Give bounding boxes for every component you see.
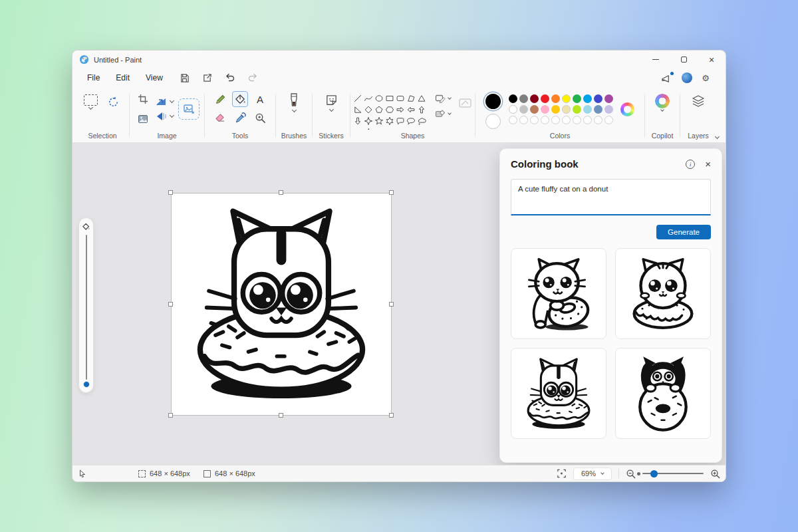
shape-diamond-icon[interactable] xyxy=(363,104,374,115)
shape-star-five-icon[interactable] xyxy=(374,115,384,126)
shape-hexagon-icon[interactable] xyxy=(384,104,395,115)
shape-callout-oval-icon[interactable] xyxy=(406,115,416,126)
palette-empty-slot[interactable] xyxy=(519,116,528,124)
fill-tolerance-slider[interactable] xyxy=(78,217,94,393)
magnifier-tool-button[interactable] xyxy=(252,110,268,126)
color-1-swatch[interactable] xyxy=(485,94,501,109)
palette-color[interactable] xyxy=(594,105,602,114)
text-tool-button[interactable]: A xyxy=(252,91,268,107)
palette-color[interactable] xyxy=(604,105,613,114)
color-picker-tool-button[interactable] xyxy=(232,110,248,126)
shape-right-triangle-icon[interactable] xyxy=(352,104,363,115)
selection-handle[interactable] xyxy=(279,413,283,418)
shape-arrow-right-icon[interactable] xyxy=(395,104,406,115)
copilot-button[interactable] xyxy=(655,94,670,111)
shape-star-six-icon[interactable] xyxy=(384,115,395,126)
shape-callout-cloud-icon[interactable] xyxy=(416,115,427,126)
palette-color[interactable] xyxy=(530,94,539,103)
panel-close-icon[interactable]: × xyxy=(705,159,711,169)
palette-color[interactable] xyxy=(519,94,528,103)
generate-button[interactable]: Generate xyxy=(656,225,711,239)
thumbnail-fluffy-cat-on-donut[interactable] xyxy=(615,248,711,339)
palette-color[interactable] xyxy=(583,105,592,114)
zoom-slider-thumb[interactable] xyxy=(650,470,658,477)
layers-button[interactable] xyxy=(691,94,706,108)
ai-image-button[interactable] xyxy=(178,98,200,120)
stickers-button[interactable] xyxy=(325,94,338,111)
slider-thumb[interactable] xyxy=(83,381,90,388)
zoom-in-icon[interactable] xyxy=(710,469,720,479)
select-tool-button[interactable] xyxy=(84,94,98,109)
palette-empty-slot[interactable] xyxy=(583,116,592,124)
remove-background-button[interactable] xyxy=(135,111,151,127)
shape-outline-button[interactable] xyxy=(435,94,451,103)
save-button[interactable] xyxy=(176,70,194,85)
selection-handle[interactable] xyxy=(279,190,283,195)
palette-color[interactable] xyxy=(519,105,528,114)
palette-color[interactable] xyxy=(583,94,592,103)
shape-lightning-icon[interactable] xyxy=(363,126,374,130)
selection-handle[interactable] xyxy=(168,413,173,418)
thumbnail-black-cat-behind-donut[interactable] xyxy=(615,348,711,439)
palette-color[interactable] xyxy=(604,94,613,103)
palette-color[interactable] xyxy=(551,105,560,114)
undo-button[interactable] xyxy=(221,70,239,85)
palette-empty-slot[interactable] xyxy=(562,116,571,124)
palette-color[interactable] xyxy=(594,94,602,103)
menu-edit[interactable]: Edit xyxy=(108,70,138,85)
shape-curve-icon[interactable] xyxy=(363,92,374,104)
maximize-button[interactable] xyxy=(670,51,698,68)
thumbnail-cat-in-donut[interactable] xyxy=(511,348,606,439)
shape-arrow-up-icon[interactable] xyxy=(416,104,427,115)
selection-handle[interactable] xyxy=(389,413,394,418)
shape-arrow-down-icon[interactable] xyxy=(352,115,363,126)
shape-arrow-left-icon[interactable] xyxy=(406,104,416,115)
palette-color[interactable] xyxy=(573,105,581,114)
palette-color[interactable] xyxy=(541,105,549,114)
selection-handle[interactable] xyxy=(168,190,173,195)
minimize-button[interactable] xyxy=(642,51,670,68)
menu-file[interactable]: File xyxy=(79,70,108,85)
zoom-percent-dropdown[interactable]: 69% xyxy=(573,467,612,480)
brushes-button[interactable] xyxy=(288,92,300,112)
palette-empty-slot[interactable] xyxy=(541,116,549,124)
eraser-tool-button[interactable] xyxy=(212,110,228,126)
palette-empty-slot[interactable] xyxy=(551,116,560,124)
shape-callout-rounded-icon[interactable] xyxy=(395,115,406,126)
selection-handle[interactable] xyxy=(389,302,394,307)
shape-rectangle-icon[interactable] xyxy=(384,92,395,104)
shape-rounded-rectangle-icon[interactable] xyxy=(395,92,406,104)
flip-rotate-button[interactable] xyxy=(156,111,174,122)
shape-line-icon[interactable] xyxy=(352,92,363,104)
ribbon-collapse-chevron-icon[interactable] xyxy=(715,134,720,139)
palette-empty-slot[interactable] xyxy=(594,116,602,124)
shape-pentagon-icon[interactable] xyxy=(374,104,384,115)
shape-star-four-icon[interactable] xyxy=(363,115,374,126)
palette-empty-slot[interactable] xyxy=(509,116,517,124)
feedback-button[interactable] xyxy=(661,73,672,83)
zoom-slider[interactable] xyxy=(642,473,704,474)
account-button[interactable] xyxy=(682,72,692,83)
palette-color[interactable] xyxy=(551,94,560,103)
shape-fill-button[interactable] xyxy=(435,109,451,118)
resize-button[interactable] xyxy=(156,96,174,107)
shape-oval-icon[interactable] xyxy=(374,92,384,104)
selection-handle[interactable] xyxy=(389,190,394,195)
palette-empty-slot[interactable] xyxy=(573,116,581,124)
fit-to-screen-icon[interactable] xyxy=(557,469,567,478)
free-rotate-button[interactable] xyxy=(106,94,122,110)
redo-button[interactable] xyxy=(244,70,261,85)
palette-color[interactable] xyxy=(530,105,539,114)
share-button[interactable] xyxy=(199,70,216,85)
color-2-swatch[interactable] xyxy=(485,114,501,129)
palette-color[interactable] xyxy=(562,94,571,103)
fill-tool-button[interactable] xyxy=(232,91,248,107)
palette-color[interactable] xyxy=(509,94,517,103)
pencil-tool-button[interactable] xyxy=(212,91,228,107)
palette-empty-slot[interactable] xyxy=(604,116,613,124)
palette-color[interactable] xyxy=(509,105,517,114)
thumbnail-cat-hugging-donut[interactable] xyxy=(511,248,606,339)
titlebar[interactable]: Untitled - Paint × xyxy=(72,51,726,68)
shape-polygon-icon[interactable] xyxy=(406,92,416,104)
selection-dropdown-chevron-icon[interactable] xyxy=(88,105,92,110)
